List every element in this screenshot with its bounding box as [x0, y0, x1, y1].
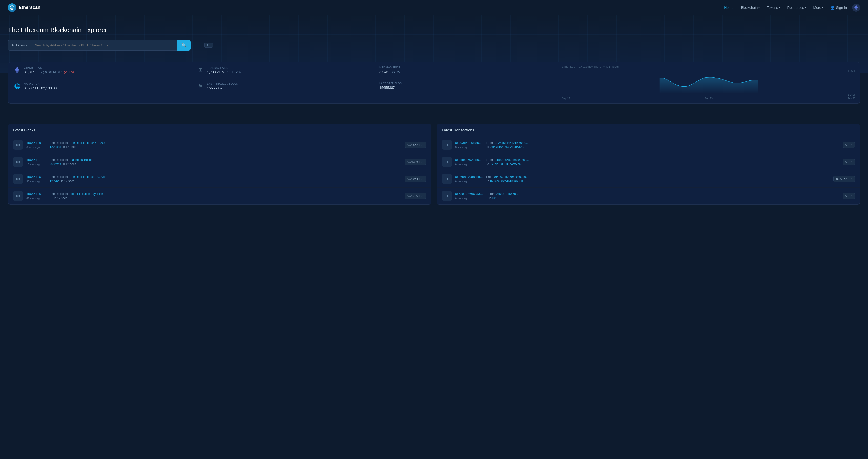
market-cap-label: MARKET CAP	[24, 83, 57, 85]
search-icon: 🔍	[182, 43, 186, 48]
tx-to-line: To 0xf40d104e63c2b0d530...	[486, 145, 839, 149]
search-container: All Filters ▾ 🔍 Ad	[8, 40, 191, 51]
tx-id[interactable]: 0xa93c6215bf85...	[455, 141, 483, 145]
block-recipient-line: Fee Recipient Fee Recipient: 0xeBe...Acf	[50, 175, 401, 179]
search-input[interactable]	[31, 40, 177, 51]
last-finalized-label: LAST FINALIZED BLOCK	[207, 83, 238, 85]
block-id[interactable]: 15655415	[26, 192, 46, 196]
tx-from-link[interactable]: 0x6887246668...	[496, 192, 518, 196]
block-txns-link[interactable]: ...	[50, 196, 52, 200]
filter-label: All Filters	[11, 43, 25, 47]
tx-to-link[interactable]: 0x7a250d5630b4cf5397...	[490, 162, 524, 166]
tx-from-to: From 0x4e02ed2f5962039349... To 0x12ec68…	[486, 175, 830, 183]
block-recipient-line: Fee Recipient Fee Recipient: 0x467...263	[50, 141, 401, 145]
block-detail: Fee Recipient Fee Recipient: 0xeBe...Acf…	[50, 175, 401, 183]
block-recipient-link[interactable]: Lido: Execution Layer Re...	[70, 192, 105, 196]
block-recipient-link[interactable]: Flashbots: Builder	[70, 158, 93, 161]
chart-low-label: 1 040k	[562, 93, 856, 96]
block-detail: Fee Recipient Flashbots: Builder 258 txn…	[50, 158, 401, 166]
nav-tokens[interactable]: Tokens ▾	[764, 4, 783, 11]
block-badge: Bk	[13, 174, 23, 184]
chart-date-1: Sep 16	[562, 97, 570, 100]
last-finalized-value: 15655357	[207, 86, 238, 90]
stat-last-finalized: ⚑ LAST FINALIZED BLOCK 15655357	[191, 78, 374, 94]
block-id[interactable]: 15655417	[26, 158, 46, 161]
tx-row: Tx 0x6887246668a3b87f64... 6 secs ago Fr…	[437, 187, 860, 204]
nav-blockchain[interactable]: Blockchain ▾	[738, 4, 763, 11]
eth-nav-icon[interactable]	[852, 4, 860, 11]
tx-time: 6 secs ago	[455, 163, 468, 166]
nav-signin[interactable]: 👤 Sign In	[827, 4, 850, 11]
tx-id[interactable]: 0xbcb68692fdb6...	[455, 158, 483, 161]
block-txns-in: in 12 secs	[63, 162, 76, 166]
block-detail: Fee Recipient Lido: Execution Layer Re..…	[50, 192, 401, 200]
chart-menu[interactable]: ⋮	[852, 65, 857, 71]
block-txns-line: 120 txns in 12 secs	[50, 145, 401, 149]
block-row: Bk 15655415 42 secs ago Fee Recipient Li…	[8, 187, 431, 204]
ether-price-change: (-1.77%)	[64, 71, 75, 74]
eth-icon	[13, 66, 21, 74]
tx-to-line: To 0x...	[488, 196, 839, 200]
tx-to-link[interactable]: 0x12ec682d461334b900...	[490, 179, 525, 183]
stats-col-ether: ETHER PRICE $1,314.30 @ 0.06814 BTC (-1.…	[8, 62, 191, 103]
block-id-section: 15655417 18 secs ago	[26, 158, 46, 166]
nav-home[interactable]: Home	[721, 4, 737, 11]
chart-high-label: 1 360k	[562, 70, 856, 72]
last-safe-label: LAST SAFE BLOCK	[379, 82, 553, 85]
nav-more[interactable]: More ▾	[810, 4, 827, 11]
tx-badge: Tx	[442, 174, 452, 184]
tx-from-link[interactable]: 0x158318657de819928c...	[494, 158, 529, 161]
block-recipient-link[interactable]: Fee Recipient: 0x467...263	[70, 141, 105, 145]
tx-row: Tx 0xbcb68692fdb6... 6 secs ago From 0x1…	[437, 153, 860, 171]
latest-transactions-panel: Latest Transactions Tx 0xa93c6215bf85...…	[437, 124, 860, 205]
chart-date-2: Sep 23	[705, 97, 713, 100]
tx-time: 6 secs ago	[455, 146, 468, 149]
block-recipient-link[interactable]: Fee Recipient: 0xeBe...Acf	[70, 175, 105, 179]
tx-to-link[interactable]: 0xf40d104e63c2b0d530...	[490, 145, 524, 149]
tx-value: 0 Eth	[842, 142, 855, 148]
tx-from-link[interactable]: 0x4e02ed2f5962039349...	[494, 175, 528, 179]
block-txns-in: in 12 secs	[63, 145, 76, 149]
block-row: Bk 15655418 6 secs ago Fee Recipient Fee…	[8, 136, 431, 153]
ad-badge: Ad	[204, 43, 213, 48]
block-id-section: 15655415 42 secs ago	[26, 192, 46, 200]
tx-badge: Tx	[442, 140, 452, 150]
block-txns-in: in 12 secs	[54, 196, 67, 200]
tx-value: 0.00152 Eth	[833, 176, 855, 182]
block-id[interactable]: 15655418	[26, 141, 46, 145]
transactions-tps: (14.2 TPS)	[226, 71, 241, 74]
ether-price-btc: @ 0.06814 BTC	[41, 71, 62, 74]
block-recipient-line: Fee Recipient Lido: Execution Layer Re..…	[50, 192, 401, 196]
filter-button[interactable]: All Filters ▾	[8, 40, 31, 51]
stats-col-gas: MED GAS PRICE 8 Gwei ($0.22) LAST SAFE B…	[374, 62, 558, 103]
nav-resources[interactable]: Resources ▾	[784, 4, 809, 11]
tx-time: 6 secs ago	[455, 197, 468, 200]
tx-from-link[interactable]: 0xc24d5b145c21f570a3...	[494, 141, 528, 145]
transactions-value: 1,730.21 M (14.2 TPS)	[207, 70, 241, 74]
main-content: Latest Blocks Bk 15655418 6 secs ago Fee…	[0, 116, 868, 212]
search-button[interactable]: 🔍	[177, 40, 191, 51]
nav-logo[interactable]: ◎ Etherscan	[8, 3, 40, 12]
block-txns-link[interactable]: 120 txns	[50, 145, 61, 149]
tx-id[interactable]: 0x6887246668a3b87f64...	[455, 192, 485, 196]
logo-text: Etherscan	[19, 5, 40, 10]
tx-to-link[interactable]: 0x...	[492, 196, 498, 200]
stat-med-gas: MED GAS PRICE 8 Gwei ($0.22)	[374, 62, 558, 78]
logo-icon: ◎	[8, 3, 16, 12]
block-detail: Fee Recipient Fee Recipient: 0x467...263…	[50, 141, 401, 149]
transactions-panel-header: Latest Transactions	[437, 124, 860, 136]
block-id[interactable]: 15655416	[26, 175, 46, 179]
tx-from-line: From 0x158318657de819928c...	[486, 158, 839, 161]
hero-title: The Ethereum Blockchain Explorer	[8, 26, 860, 34]
stats-col-tx: ⊞ TRANSACTIONS 1,730.21 M (14.2 TPS) ⚑ L…	[191, 62, 375, 103]
block-txns-link[interactable]: 12 txns	[50, 179, 59, 183]
tx-to-line: To 0x7a250d5630b4cf5397...	[486, 162, 839, 166]
block-value: 0.02552 Eth	[405, 142, 426, 148]
tx-row: Tx 0xa93c6215bf85... 6 secs ago From 0xc…	[437, 136, 860, 153]
block-time: 18 secs ago	[26, 163, 41, 166]
logo-svg: ◎	[10, 5, 14, 10]
tx-id[interactable]: 0x265a170a83bd...	[455, 175, 483, 179]
stat-transactions: ⊞ TRANSACTIONS 1,730.21 M (14.2 TPS)	[191, 62, 374, 78]
block-txns-link[interactable]: 258 txns	[50, 162, 61, 166]
tx-badge: Tx	[442, 191, 452, 201]
